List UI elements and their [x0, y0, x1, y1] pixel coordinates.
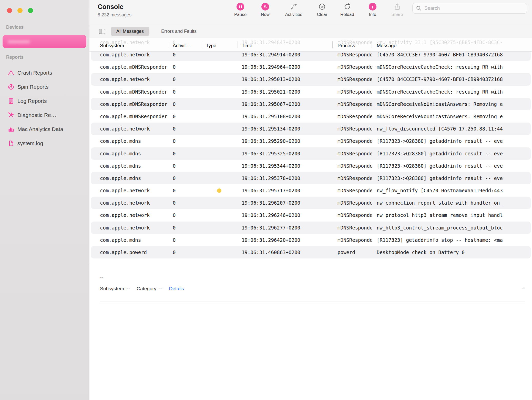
- reports-list: Crash Reports Spin Reports Log Reports D…: [0, 66, 89, 150]
- sidebar-item-diagnostic-re[interactable]: Diagnostic Re…: [0, 108, 89, 122]
- reload-button[interactable]: Reload: [340, 3, 354, 17]
- cell-message: DesktopMode check on Battery 0: [372, 246, 532, 258]
- cell-activity: 0: [169, 123, 202, 135]
- search-input[interactable]: [424, 5, 522, 11]
- cell-message: [R117323->Q28380] getaddrinfo result -- …: [372, 135, 532, 147]
- cell-subsystem: com.apple.mDNSResponder: [89, 86, 169, 98]
- table-row[interactable]: com.apple.mdns019:06:31.295378+0200mDNSR…: [89, 172, 532, 184]
- cell-type: [202, 222, 238, 234]
- cell-subsystem: com.apple.network: [89, 51, 169, 61]
- cell-activity: 0: [169, 209, 202, 221]
- warning-triangle-icon: [8, 69, 14, 76]
- table-row[interactable]: com.apple.mDNSResponder019:06:31.295067+…: [89, 98, 532, 110]
- cell-message: nw_flow_disconnected [C4570 17.250.88.11…: [372, 123, 532, 135]
- cell-process: mDNSResponder: [332, 73, 372, 85]
- table-row[interactable]: com.apple.mDNSResponder019:06:31.294964+…: [89, 61, 532, 73]
- sidebar-item-label: Crash Reports: [17, 70, 52, 76]
- column-divider[interactable]: [332, 41, 333, 48]
- sidebar-item-crash-reports[interactable]: Crash Reports: [0, 66, 89, 80]
- reports-section-label: Reports: [6, 55, 24, 60]
- cell-process: mDNSResponder: [332, 222, 372, 234]
- clear-icon: [319, 3, 326, 10]
- cell-process: mDNSResponder: [332, 86, 372, 98]
- cell-message: [R117323->Q28380] getaddrinfo result -- …: [372, 147, 532, 160]
- column-divider[interactable]: [372, 41, 372, 48]
- cell-activity: 0: [169, 160, 202, 172]
- table-row[interactable]: com.apple.network019:06:31.294914+0200mD…: [89, 51, 532, 61]
- sidebar-item-log-reports[interactable]: Log Reports: [0, 94, 89, 108]
- table-row[interactable]: com.apple.mDNSResponder019:06:31.295108+…: [89, 110, 532, 123]
- sidebar-item-label: Diagnostic Re…: [17, 112, 56, 118]
- table-header: com.apple.network 0 19:06:31.294847+0200…: [89, 38, 532, 52]
- cell-subsystem: com.apple.mDNSResponder: [89, 98, 169, 110]
- column-header-subsystem[interactable]: Subsystem: [89, 42, 169, 50]
- search-field[interactable]: [412, 3, 527, 14]
- table-row[interactable]: com.apple.mdns019:06:31.296420+0200mDNSR…: [89, 234, 532, 246]
- cell-time: 19:06:31.294914+0200: [238, 51, 332, 61]
- cell-process: mDNSResponder: [332, 184, 372, 197]
- share-button[interactable]: Share: [391, 3, 403, 17]
- table-row[interactable]: com.apple.network019:06:31.296207+0200mD…: [89, 197, 532, 209]
- cell-process: mDNSResponder: [332, 51, 372, 61]
- toolbar: Console 8,232 messages Pause Now Activit…: [89, 0, 532, 25]
- table-row[interactable]: com.apple.powerd019:06:31.460863+0200pow…: [89, 246, 532, 258]
- cell-message: mDNSCoreReceiveCacheCheck: rescuing RR w…: [372, 86, 532, 98]
- column-header-message[interactable]: Message: [372, 42, 532, 50]
- cell-type: [202, 98, 238, 110]
- column-header-process[interactable]: Process: [332, 42, 372, 50]
- details-link[interactable]: Details: [169, 286, 184, 292]
- sidebar-toggle-button[interactable]: [98, 28, 106, 35]
- column-header-type[interactable]: Type: [202, 42, 238, 50]
- cell-message: [R117323->Q28380] getaddrinfo result -- …: [372, 172, 532, 184]
- cell-type: [202, 246, 238, 258]
- column-header-time[interactable]: Time: [238, 42, 332, 50]
- console-window: Devices ●●●●●●●● Reports Crash Reports S…: [0, 0, 532, 400]
- table-row[interactable]: com.apple.mDNSResponder019:06:31.295021+…: [89, 86, 532, 98]
- cell-process: mDNSResponder: [332, 172, 372, 184]
- column-divider[interactable]: [238, 41, 238, 48]
- clear-button[interactable]: Clear: [317, 3, 328, 17]
- column-divider[interactable]: [169, 41, 169, 48]
- table-row[interactable]: com.apple.mdns019:06:31.295290+0200mDNSR…: [89, 135, 532, 147]
- cell-message: [R117323] getaddrinfo stop -- hostname: …: [372, 234, 532, 246]
- table-row[interactable]: com.apple.mdns019:06:31.295325+0200mDNSR…: [89, 147, 532, 160]
- cell-process: mDNSResponder: [332, 61, 372, 73]
- column-divider[interactable]: [202, 41, 202, 48]
- sidebar-item-device-selected[interactable]: ●●●●●●●●: [3, 35, 86, 48]
- devices-section-label: Devices: [6, 25, 24, 30]
- cell-activity: 0: [169, 222, 202, 234]
- cell-type: [202, 147, 238, 160]
- info-button[interactable]: i Info: [369, 3, 376, 17]
- minimize-window-button[interactable]: [17, 8, 23, 13]
- zoom-window-button[interactable]: [28, 8, 33, 13]
- activities-button[interactable]: Activities: [285, 3, 302, 17]
- sidebar-item-system-log[interactable]: system.log: [0, 136, 89, 150]
- pause-icon: [237, 3, 244, 11]
- column-header-activity[interactable]: Activit…: [169, 42, 202, 50]
- cell-process: mDNSResponder: [332, 123, 372, 135]
- cell-activity: 0: [169, 135, 202, 147]
- cell-subsystem: com.apple.mDNSResponder: [89, 110, 169, 123]
- cell-subsystem: com.apple.powerd: [89, 246, 169, 258]
- table-row[interactable]: com.apple.network019:06:31.295134+0200mD…: [89, 123, 532, 135]
- cell-process: mDNSResponder: [332, 160, 372, 172]
- sidebar-item-spin-reports[interactable]: Spin Reports: [0, 80, 89, 94]
- now-button[interactable]: Now: [261, 3, 270, 17]
- cell-time: 19:06:31.296420+0200: [238, 234, 332, 246]
- cell-type: [202, 160, 238, 172]
- close-window-button[interactable]: [7, 8, 12, 13]
- tab-errors-and-faults[interactable]: Errors and Faults: [157, 27, 201, 36]
- table-row[interactable]: com.apple.network019:06:31.295717+0200mD…: [89, 184, 532, 197]
- cell-message: nw_http3_control_stream_process_output_b…: [372, 222, 532, 234]
- table-row[interactable]: com.apple.network019:06:31.296277+0200mD…: [89, 222, 532, 234]
- sidebar: Devices ●●●●●●●● Reports Crash Reports S…: [0, 0, 90, 400]
- table-row[interactable]: com.apple.mdns019:06:31.295344+0200mDNSR…: [89, 160, 532, 172]
- tab-all-messages[interactable]: All Messages: [111, 27, 149, 36]
- tab-bar: All Messages Errors and Faults: [89, 25, 532, 38]
- table-row[interactable]: com.apple.network019:06:31.296246+0200mD…: [89, 209, 532, 221]
- cell-subsystem: com.apple.network: [89, 123, 169, 135]
- sidebar-item-mac-analytics-data[interactable]: Mac Analytics Data: [0, 122, 89, 136]
- table-row[interactable]: com.apple.network019:06:31.295013+0200mD…: [89, 73, 532, 85]
- cell-message: mDNSCoreReceiveCacheCheck: rescuing RR w…: [372, 61, 532, 73]
- pause-button[interactable]: Pause: [234, 3, 247, 17]
